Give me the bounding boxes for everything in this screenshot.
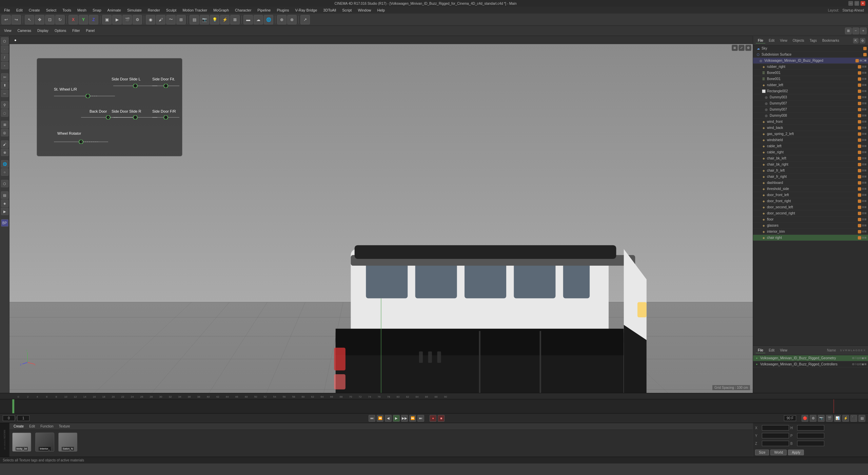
size-button[interactable]: Size — [755, 450, 769, 455]
tool-weight[interactable]: ⊗ — [1, 149, 8, 156]
tree-item-chair_fr_right[interactable]: ◈ chair_fr_right ⊟⊞ — [753, 174, 868, 180]
options-menu[interactable]: Options — [52, 28, 69, 33]
tree-item-vw-root[interactable]: ◎ Volkswagen_Minivan_ID_Buzz_Rigged ⊟⬡⊠ — [753, 58, 868, 64]
render-view[interactable]: ▶ — [112, 15, 122, 24]
floor-tool[interactable]: ▬ — [243, 15, 253, 24]
transport-btn-a[interactable]: 🔴 — [802, 415, 808, 422]
object-tree[interactable]: ☁ Sky ⬡ Subdivision Surface ◎ Volkswagen… — [753, 45, 868, 345]
transport-btn-b[interactable]: ⚙ — [810, 415, 816, 422]
rpanel-expand[interactable]: ⇱ — [853, 38, 859, 43]
h-input[interactable] — [797, 425, 824, 431]
tree-item-cable_right[interactable]: ◈ cable_right ⊟⊞ — [753, 149, 868, 155]
menu-render[interactable]: Render — [145, 7, 163, 13]
menu-character[interactable]: Character — [232, 7, 254, 13]
icon-material[interactable]: ◈ — [1, 200, 8, 207]
transport-prev[interactable]: ◀ — [385, 415, 392, 422]
sky-tool[interactable]: ☁ — [254, 15, 263, 24]
scale-tool[interactable]: ⊡ — [45, 15, 55, 24]
tree-item-glasses[interactable]: ◈ glasses ⊟⊞ — [753, 223, 868, 229]
brpanel-file[interactable]: File — [756, 348, 765, 353]
rpanel-tab-file[interactable]: File — [756, 38, 765, 43]
deformer-tool2[interactable]: ⊠ — [230, 15, 240, 24]
material-body[interactable]: body_3d — [12, 433, 31, 452]
timeline-track[interactable] — [0, 399, 868, 413]
rpanel-tab-edit[interactable]: Edit — [767, 38, 776, 43]
viewport-tab-perspective[interactable]: ● — [12, 37, 19, 43]
tree-item-chair_bk_right[interactable]: ◈ chair_bk_right ⊟⊞ — [753, 162, 868, 168]
menu-motion-tracker[interactable]: Motion Tracker — [180, 7, 210, 13]
maximize-button[interactable]: □ — [854, 1, 859, 6]
generator-tool[interactable]: ⚡ — [220, 15, 230, 24]
render-settings[interactable]: ⚙ — [133, 15, 142, 24]
coord-obj[interactable]: ○ — [1, 168, 8, 176]
tool-select-all[interactable]: ⬡ — [1, 180, 8, 187]
tree-item-door_second_right[interactable]: ◈ door_second_right ⊟⊞ — [753, 210, 868, 216]
menu-plugins[interactable]: Plugins — [274, 7, 292, 13]
menu-tools[interactable]: Tools — [60, 7, 74, 13]
view-zoom-in[interactable]: + — [860, 27, 867, 34]
transport-next[interactable]: ▶▶ — [401, 415, 408, 422]
menu-window[interactable]: Window — [355, 7, 374, 13]
tree-item-rectangle002[interactable]: ⬜ Rectangle002 ⊟⊞ — [753, 88, 868, 94]
tree-item-wind_back[interactable]: ◈ wind_back ⊟⊞ — [753, 125, 868, 131]
z-input[interactable] — [762, 441, 789, 446]
snap-grid[interactable]: ⊞ — [1, 121, 8, 128]
transport-btn-f[interactable]: ⚡ — [842, 415, 849, 422]
tree-item-floor[interactable]: ◈ floor ⊟⊞ — [753, 216, 868, 223]
mode-polygons[interactable]: ▫ — [1, 62, 8, 69]
mat-tab-create[interactable]: Create — [12, 424, 25, 429]
move-tool[interactable]: ✥ — [35, 15, 44, 24]
rotate-tool[interactable]: ↻ — [55, 15, 65, 24]
x-input[interactable] — [762, 425, 789, 431]
transport-prev-key[interactable]: ⏪ — [377, 415, 383, 422]
view-zoom-fit[interactable]: ⊞ — [845, 27, 852, 34]
transport-play[interactable]: ▶ — [393, 415, 400, 422]
tool-soft[interactable]: ◌ — [1, 109, 8, 117]
rpanel-tab-bookmarks[interactable]: Bookmarks — [820, 38, 841, 43]
env-tool[interactable]: 🌐 — [264, 15, 273, 24]
mat-tab-texture[interactable]: Texture — [58, 424, 72, 429]
tree-item-sky[interactable]: ☁ Sky — [753, 45, 868, 52]
frame-current-display[interactable]: 1 — [17, 415, 29, 421]
viewport-expand[interactable]: ⊞ — [732, 45, 738, 51]
mode-objects[interactable]: ⬡ — [1, 37, 8, 45]
tree-item-cable_left[interactable]: ◈ cable_left ⊟⊞ — [753, 143, 868, 149]
rpanel-tab-tags[interactable]: Tags — [808, 38, 819, 43]
snap-point[interactable]: ◎ — [1, 129, 8, 136]
connect-tool[interactable]: ⊗ — [287, 15, 297, 24]
mode-points[interactable]: · — [1, 45, 8, 53]
filter-menu[interactable]: Filter — [70, 28, 82, 33]
rpanel-tab-view[interactable]: View — [778, 38, 789, 43]
y-input[interactable] — [762, 433, 789, 438]
brpanel-view[interactable]: View — [778, 348, 789, 353]
menu-mograph[interactable]: MoGraph — [211, 7, 232, 13]
tree-item-dummy003[interactable]: ◎ Dummy003 ⊟⊞ — [753, 94, 868, 100]
axis-x[interactable]: X — [68, 15, 78, 24]
tree-item-chair_right[interactable]: ◈ chair right ⊟⊞ — [753, 235, 868, 241]
boole-tool[interactable]: ⊕ — [277, 15, 287, 24]
tree-item-door_front_right[interactable]: ◈ door_front_right ⊟⊞ — [753, 198, 868, 204]
tree-item-threshold_side[interactable]: ◈ threshold_side ⊟⊞ — [753, 186, 868, 192]
transport-btn-g[interactable]: ⬛ — [850, 415, 857, 422]
tree-item-chair_bk_left[interactable]: ◈ chair_bk_left ⊟⊞ — [753, 155, 868, 162]
transport-btn-d[interactable]: 🎬 — [826, 415, 833, 422]
tool-extrude[interactable]: ⬆ — [1, 81, 8, 89]
viewport[interactable]: ● Perspective — [9, 36, 753, 393]
spline-tool[interactable]: 〜 — [166, 15, 176, 24]
select-tool[interactable]: ↖ — [25, 15, 34, 24]
view-menu[interactable]: View — [1, 28, 14, 33]
tree-item-dashboard[interactable]: ◈ dashboard ⊟⊞ — [753, 180, 868, 186]
icon-layers[interactable]: ▤ — [1, 191, 8, 199]
tree-item-gas_spring_2_left[interactable]: ◈ gas_spring_2_left ⊟⊞ — [753, 131, 868, 137]
viewport-settings[interactable]: ⚙ — [745, 45, 751, 51]
tree-item-interior_trim[interactable]: ◈ interior_trim ⊟⊞ — [753, 229, 868, 235]
viewport-fullscreen[interactable]: ⤢ — [738, 45, 745, 51]
transport-next-key[interactable]: ⏩ — [409, 415, 416, 422]
menu-help[interactable]: Help — [375, 7, 388, 13]
transport-last[interactable]: ⏭ — [417, 415, 424, 422]
rpanel-tab-objects[interactable]: Objects — [791, 38, 806, 43]
menu-sculpt[interactable]: Sculpt — [163, 7, 179, 13]
brpanel-edit[interactable]: Edit — [767, 348, 776, 353]
transport-record[interactable]: ● — [430, 415, 436, 422]
coord-world[interactable]: 🌐 — [1, 160, 8, 168]
